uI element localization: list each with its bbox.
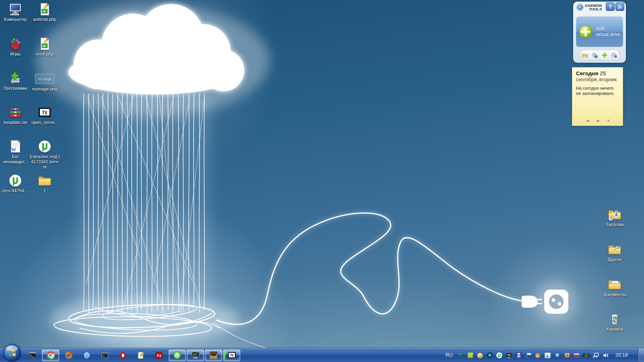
unmount-all-button[interactable] [610,51,618,59]
desktop-icon-torrent[interactable]: [rutracker.org].t4173341.torrent [30,140,60,170]
desktop-icon-label: Компьютер [4,17,27,22]
device-parameters-button[interactable] [590,51,599,59]
taskbar-internet-item[interactable] [78,348,96,362]
desktop-icon-label: antimat.php [33,17,56,22]
daemon-tools-title-tab[interactable]: DAEMON TOOLS [575,2,603,12]
traffic-monitor-icon: 99 [506,352,512,359]
taskbar-system-monitor-button[interactable] [186,348,204,362]
desktop-icon-antimat-php[interactable]: antimat.php [30,2,60,22]
help-button[interactable]: ? [606,2,615,11]
taskbar-image-viewer-button[interactable] [204,348,223,362]
tangle-pile [54,302,266,348]
show-desktop-button[interactable] [638,348,644,362]
desktop-icon-label: Корзина [606,327,623,332]
system-monitor-icon [191,351,200,360]
desktop-icon-games[interactable]: Игры [0,37,30,57]
desktop-icon-word-doc[interactable]: W Бог ненавидит... [0,140,30,165]
desktop-icon-other[interactable]: Другое [596,243,633,262]
gold-pet-icon [535,352,541,359]
calendar-add-button[interactable]: + [607,118,610,123]
recycle-bin-icon [608,312,621,326]
taskbar-console-item[interactable] [96,348,114,362]
noimage-text: No Image [38,78,52,80]
desktop-icon-error-php[interactable]: error.php [30,37,60,57]
tray-qip-item[interactable] [467,352,474,359]
taskbar-chrome-button[interactable] [41,348,60,362]
tray-volume-item[interactable] [602,352,609,359]
green-flag-icon [458,352,464,358]
tray-utorrent-item[interactable] [496,352,503,359]
desktop-icon-recycle-bin[interactable]: Корзина [596,312,633,332]
tray-daemon-tools-item[interactable] [554,352,561,359]
utorrent-icon [38,140,52,153]
clock[interactable]: 20:18 [615,352,628,358]
add-virtual-drive-button[interactable]: Add virtual drive [576,16,623,47]
add-icon [578,25,593,39]
desktop-icon-documents[interactable]: Документы [596,278,633,297]
tray-traffic-monitor-item[interactable]: 99 [506,352,513,359]
desktop-icon-computer[interactable]: Компьютер [0,2,30,22]
php-file-icon [38,37,52,51]
games-icon [8,37,22,51]
desktop-icon-programs[interactable]: Программы [0,71,30,91]
computer-icon [8,2,22,16]
desktop-icon-label: zerx-94754.... [2,188,29,193]
tray-download-manager-item[interactable] [564,352,571,359]
stats-chart-icon [544,352,551,359]
desktop-icon-downloads[interactable]: Загрузки [596,208,633,227]
tray-punto-item[interactable] [535,352,542,359]
mount-image-button[interactable] [581,51,589,59]
taskbar-opera-item[interactable] [114,348,132,362]
cloud-glow [36,4,270,117]
taskbar-cmd-item[interactable] [23,348,41,362]
taskbar-filezilla-item[interactable]: Fz [150,348,168,362]
downloads-folder-icon [608,208,621,221]
opera-icon [119,352,127,359]
taskbar-notepadpp-item[interactable] [132,348,150,362]
tray-emoticon-item[interactable] [477,352,484,359]
rss-icon [617,4,622,9]
desktop-icon-zerx-torrent[interactable]: zerx-94754.... [0,174,30,193]
documents-folder-icon [608,278,621,291]
tray-network-item[interactable] [592,352,600,359]
add-virtual-drive-label: Add virtual drive [596,26,620,38]
desktop-icon-template-rar[interactable]: template.rar [0,105,30,125]
taskbar-7zip-button[interactable]: 7z [223,348,241,362]
running-app-frame [205,350,222,361]
russian-flag-icon [573,352,580,359]
calendar-day-number: 25 [600,70,606,76]
add-drive-button[interactable] [601,51,609,59]
tray-white-flag-item[interactable] [525,352,532,359]
calendar-gadget[interactable]: Сегодня 25 сентября, вторник На сегодня … [572,67,623,126]
word-doc-icon: W [8,140,22,153]
taskbar-icq-button[interactable]: @ [168,348,186,362]
floppy-icon [516,352,522,358]
folder-icon [38,174,52,187]
tray-language-flag-item[interactable] [573,352,580,359]
wallpaper-art [0,0,644,348]
programs-icon [8,71,22,85]
feed-button[interactable] [615,2,624,11]
desktop-icon-label: Загрузки [606,222,623,227]
tray-stats-item[interactable] [544,352,551,359]
7z-glyph: 7z [42,109,47,115]
system-tray: RU [444,348,644,362]
start-button[interactable] [3,343,21,362]
taskbar-firefox-item[interactable] [60,348,78,362]
desktop-icon-label: Другое [608,257,622,262]
desktop-icon-noimage[interactable]: No Image noimage.png [30,71,60,92]
tray-green-flag-item[interactable] [457,352,464,359]
filezilla-icon: Fz [155,352,163,359]
desktop-icon-folder-1[interactable]: 1 [30,174,60,193]
calendar-prev-button[interactable]: ◄ [585,118,590,123]
volume-icon [602,352,609,359]
language-indicator[interactable]: RU [444,352,455,358]
desktop-icon-open-server[interactable]: 7z open_serve... [30,105,60,125]
calendar-next-button[interactable]: ► [596,118,601,123]
running-app-frame: @ [169,350,186,361]
desktop-icon-label: template.rar [4,120,27,125]
desktop-icon-label: error.php [36,51,54,57]
tray-webcam-item[interactable] [486,352,493,359]
tray-nvidia-item[interactable] [583,352,590,359]
tray-save-item[interactable] [515,352,522,359]
